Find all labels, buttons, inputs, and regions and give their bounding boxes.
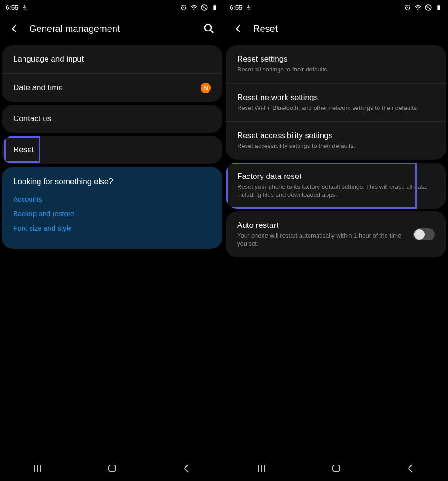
new-badge: N	[201, 83, 211, 93]
svg-point-8	[417, 9, 418, 10]
row-label: Reset settings	[237, 54, 435, 64]
card-contact: Contact us	[2, 105, 222, 133]
card-auto-restart: Auto restart Your phone will restart aut…	[226, 211, 446, 257]
card-reset: Reset	[2, 136, 222, 164]
recents-icon[interactable]	[256, 463, 267, 474]
row-label: Reset network settings	[237, 93, 435, 102]
row-sub: Reset your phone to its factory default …	[237, 183, 435, 199]
row-contact-us[interactable]: Contact us	[2, 105, 222, 133]
card-language-datetime: Language and input Date and time N	[2, 45, 222, 102]
svg-rect-3	[213, 5, 216, 10]
row-label: Reset	[13, 145, 211, 155]
svg-rect-6	[109, 465, 116, 472]
row-auto-restart[interactable]: Auto restart Your phone will restart aut…	[226, 211, 446, 257]
row-label: Date and time	[13, 83, 211, 93]
recents-icon[interactable]	[32, 463, 43, 474]
row-sub: Your phone will restart automatically wi…	[237, 232, 407, 248]
row-date-time[interactable]: Date and time N	[2, 74, 222, 102]
auto-restart-toggle[interactable]	[413, 228, 435, 240]
row-reset-settings[interactable]: Reset settings Reset all settings to the…	[226, 45, 446, 84]
wifi-icon	[190, 4, 198, 11]
search-icon[interactable]	[203, 23, 215, 34]
nav-back-icon[interactable]	[405, 463, 417, 474]
svg-rect-4	[214, 5, 216, 5]
alarm-icon	[180, 4, 187, 11]
status-time: 6:55	[6, 4, 18, 11]
row-label: Reset accessibility settings	[237, 131, 435, 140]
page-title: Reset	[253, 23, 439, 34]
wifi-icon	[414, 4, 422, 11]
download-icon	[245, 4, 253, 11]
link-backup-restore[interactable]: Backup and restore	[13, 209, 211, 217]
title-bar: Reset	[224, 15, 448, 42]
row-reset-network[interactable]: Reset network settings Reset Wi-Fi, Blue…	[226, 84, 446, 122]
row-label: Auto restart	[237, 221, 407, 230]
nav-bar	[0, 456, 224, 481]
row-sub: Reset all settings to their defaults.	[237, 65, 435, 74]
card-factory-reset: Factory data reset Reset your phone to i…	[226, 163, 446, 209]
home-icon[interactable]	[107, 463, 118, 474]
nav-bar	[224, 456, 448, 481]
status-bar: 6:55	[0, 0, 224, 15]
row-sub: Reset accessibility settings to their de…	[237, 142, 435, 150]
row-label: Language and input	[13, 54, 211, 64]
link-font-size-style[interactable]: Font size and style	[13, 224, 211, 232]
no-sign-icon	[425, 4, 432, 11]
no-sign-icon	[201, 4, 208, 11]
battery-icon	[211, 4, 218, 11]
link-accounts[interactable]: Accounts	[13, 195, 211, 203]
battery-icon	[435, 4, 442, 11]
looking-title: Looking for something else?	[13, 177, 211, 186]
svg-point-1	[193, 9, 194, 10]
row-label: Factory data reset	[237, 172, 435, 181]
back-icon[interactable]	[233, 23, 244, 34]
page-title: General management	[29, 23, 194, 34]
row-sub: Reset Wi-Fi, Bluetooth, and other networ…	[237, 104, 435, 112]
card-reset-options: Reset settings Reset all settings to the…	[226, 45, 446, 160]
back-icon[interactable]	[9, 23, 20, 34]
title-bar: General management	[0, 15, 224, 42]
svg-point-5	[205, 24, 211, 31]
status-time: 6:55	[230, 4, 242, 11]
svg-rect-12	[333, 465, 340, 472]
row-reset-accessibility[interactable]: Reset accessibility settings Reset acces…	[226, 122, 446, 160]
row-label: Contact us	[13, 114, 211, 124]
screen-general-management: 6:55 General management Language and inp…	[0, 0, 224, 481]
download-icon	[21, 4, 29, 11]
screen-reset: 6:55 Reset Reset settings Reset all sett…	[224, 0, 448, 481]
row-factory-data-reset[interactable]: Factory data reset Reset your phone to i…	[226, 163, 446, 209]
alarm-icon	[404, 4, 411, 11]
svg-rect-11	[438, 5, 440, 5]
svg-rect-10	[437, 5, 440, 10]
nav-back-icon[interactable]	[181, 463, 193, 474]
row-language-input[interactable]: Language and input	[2, 45, 222, 74]
row-reset[interactable]: Reset	[2, 136, 222, 164]
card-looking-else: Looking for something else? Accounts Bac…	[2, 167, 222, 249]
home-icon[interactable]	[331, 463, 342, 474]
status-bar: 6:55	[224, 0, 448, 15]
